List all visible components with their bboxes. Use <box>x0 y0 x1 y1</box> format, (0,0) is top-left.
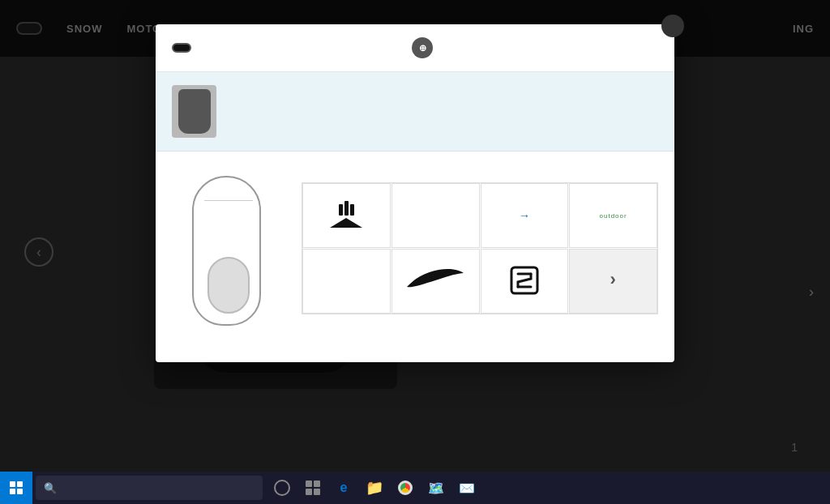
win-logo-q1 <box>10 481 15 487</box>
maps-icon: 🗺️ <box>428 481 444 496</box>
taskbar-search[interactable]: 🔍 <box>36 476 263 500</box>
win-logo-q3 <box>10 489 15 494</box>
taskbar-icons: e 📁 🗺️ ✉️ <box>269 475 480 501</box>
windows-logo <box>10 481 23 494</box>
chrome-button[interactable] <box>392 475 418 501</box>
fit-finder-icon: ⊕ <box>412 37 433 58</box>
sole-toe-line <box>204 200 253 201</box>
lowa-sub: outdoor <box>600 212 627 220</box>
adidas-triangle-svg <box>330 218 362 228</box>
taskbar: 🔍 e 📁 🗺️ ✉️ <box>0 472 830 504</box>
nike-swoosh-svg <box>407 269 464 293</box>
brand-asics-cell[interactable] <box>391 183 480 248</box>
lowa-logo: outdoor <box>600 212 627 220</box>
edge-browser-button[interactable]: e <box>331 475 357 501</box>
brand-birkenstock-cell[interactable] <box>302 249 391 314</box>
more-chevron-icon: › <box>610 269 616 290</box>
brooks-arrow: → <box>519 209 530 222</box>
shoe-sole-illustration <box>172 168 285 330</box>
task-view-icon <box>274 480 290 496</box>
adidas-stripes <box>339 201 354 216</box>
modal-header: ⊕ <box>156 24 674 72</box>
boot-thumb-shape <box>178 89 211 134</box>
chrome-icon <box>398 481 413 495</box>
brooks-logo: → <box>519 209 530 222</box>
boot-thumbnail <box>172 85 216 138</box>
search-icon: 🔍 <box>44 482 57 494</box>
svg-marker-0 <box>330 218 362 228</box>
shoe-sole-shape <box>192 176 265 330</box>
info-bar <box>156 72 674 152</box>
fit-finder-badge: ⊕ <box>412 37 438 58</box>
edge-icon: e <box>340 481 348 495</box>
widgets-button[interactable] <box>300 475 326 501</box>
salomon-s-svg <box>510 266 539 295</box>
sole-heel <box>208 257 250 314</box>
start-button[interactable] <box>0 472 32 504</box>
brand-brooks-cell[interactable]: → <box>481 183 569 248</box>
modal-right-content: → outdoor <box>302 168 658 330</box>
brand-nike-cell[interactable] <box>391 249 480 314</box>
stripe2 <box>344 201 349 216</box>
maps-button[interactable]: 🗺️ <box>423 475 449 501</box>
salomon-logo <box>510 266 539 297</box>
fit-finder-modal: ⊕ <box>156 24 674 362</box>
modal-klim-logo <box>172 43 191 53</box>
task-view-button[interactable] <box>269 475 295 501</box>
win-logo-q2 <box>17 481 23 487</box>
stripe3 <box>350 204 354 216</box>
file-explorer-button[interactable]: 📁 <box>362 475 387 501</box>
brand-grid: → outdoor <box>302 182 658 314</box>
win-logo-q4 <box>17 489 23 494</box>
modal-body: → outdoor <box>156 152 674 338</box>
adidas-logo <box>330 201 362 230</box>
mail-icon: ✉️ <box>459 481 475 496</box>
mail-button[interactable]: ✉️ <box>454 475 480 501</box>
brand-more-cell[interactable]: › <box>569 249 657 314</box>
stripe1 <box>339 204 343 216</box>
close-button[interactable] <box>661 15 684 37</box>
widgets-icon <box>306 481 320 495</box>
brand-salomon-cell[interactable] <box>481 249 569 314</box>
folder-icon: 📁 <box>366 479 383 497</box>
brand-lowa-cell[interactable]: outdoor <box>569 183 657 248</box>
brand-adidas-cell[interactable] <box>302 183 391 248</box>
